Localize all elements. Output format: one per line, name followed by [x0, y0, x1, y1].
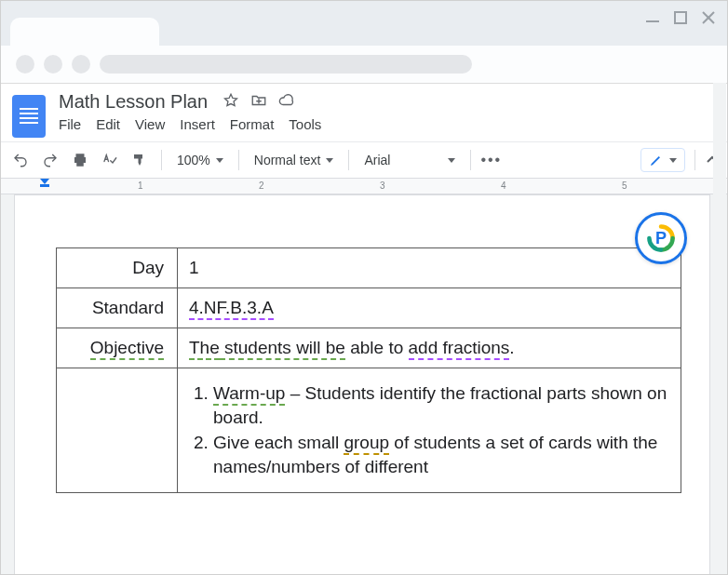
table-row: Warm-up – Students identify the fraction… — [57, 368, 681, 493]
svg-rect-1 — [675, 12, 686, 23]
docs-logo-icon[interactable] — [12, 95, 46, 138]
caret-down-icon — [448, 158, 455, 163]
browser-toolbar — [1, 46, 727, 83]
caret-down-icon — [216, 158, 223, 163]
indent-marker-icon[interactable] — [38, 178, 51, 192]
menu-file[interactable]: File — [59, 116, 81, 132]
vertical-scrollbar[interactable] — [713, 83, 726, 574]
svg-text:P: P — [655, 229, 667, 247]
doc-title[interactable]: Math Lesson Plan — [59, 91, 208, 113]
font-value: Arial — [364, 153, 390, 167]
zoom-value: 100% — [177, 153, 210, 167]
menu-insert[interactable]: Insert — [180, 116, 215, 132]
cell-objective-value[interactable]: The students will be able to add fractio… — [178, 328, 681, 368]
menu-format[interactable]: Format — [230, 116, 275, 132]
toolbar: 100% Normal text Arial ••• — [1, 141, 727, 178]
nav-circle — [72, 55, 90, 74]
browser-tab[interactable] — [10, 18, 159, 46]
style-value: Normal text — [254, 153, 321, 167]
menu-bar: File Edit View Insert Format Tools — [59, 116, 716, 132]
minimize-icon[interactable] — [645, 10, 660, 29]
cell-standard-value[interactable]: 4.NF.B.3.A — [178, 288, 681, 328]
table-row: Standard 4.NF.B.3.A — [57, 288, 681, 328]
zoom-dropdown[interactable]: 100% — [171, 153, 229, 167]
ruler[interactable]: 1 2 3 4 5 — [1, 178, 727, 194]
list-item: Warm-up – Students identify the fraction… — [213, 381, 669, 429]
document-canvas: P Day 1 Standard 4.NF.B.3.A Objective Th… — [1, 194, 727, 574]
menu-tools[interactable]: Tools — [289, 116, 321, 132]
editing-mode-dropdown[interactable] — [640, 148, 685, 172]
styles-dropdown[interactable]: Normal text — [249, 153, 340, 167]
app-header: Math Lesson Plan File Edit View Insert F… — [1, 84, 727, 141]
maximize-icon[interactable] — [673, 10, 688, 29]
star-icon[interactable] — [222, 92, 239, 113]
lesson-table[interactable]: Day 1 Standard 4.NF.B.3.A Objective The … — [56, 247, 681, 493]
close-icon[interactable] — [701, 10, 716, 29]
cell-steps-label[interactable] — [57, 368, 178, 493]
more-tools-button[interactable]: ••• — [480, 152, 502, 168]
pencil-icon — [649, 153, 664, 167]
addon-badge-icon[interactable]: P — [635, 212, 687, 264]
cell-standard-label[interactable]: Standard — [57, 288, 178, 328]
redo-button[interactable] — [38, 148, 62, 172]
paint-format-button[interactable] — [128, 148, 152, 172]
move-folder-icon[interactable] — [250, 92, 267, 113]
nav-circle — [16, 55, 34, 74]
spellcheck-button[interactable] — [98, 148, 122, 172]
address-bar-placeholder[interactable] — [100, 55, 472, 74]
svg-rect-4 — [40, 184, 49, 187]
menu-edit[interactable]: Edit — [96, 116, 120, 132]
cell-objective-label[interactable]: Objective — [57, 328, 178, 368]
cell-steps-value[interactable]: Warm-up – Students identify the fraction… — [178, 368, 681, 493]
list-item: Give each small group of students a set … — [213, 431, 669, 478]
caret-down-icon — [669, 158, 677, 163]
document-page[interactable]: P Day 1 Standard 4.NF.B.3.A Objective Th… — [14, 194, 710, 574]
table-row: Day 1 — [57, 248, 681, 288]
font-dropdown[interactable]: Arial — [358, 153, 461, 167]
cell-day-label[interactable]: Day — [57, 248, 178, 288]
menu-view[interactable]: View — [135, 116, 165, 132]
cloud-status-icon[interactable] — [278, 92, 295, 113]
print-button[interactable] — [68, 148, 92, 172]
steps-list: Warm-up – Students identify the fraction… — [189, 381, 669, 479]
cell-day-value[interactable]: 1 — [178, 248, 681, 288]
caret-down-icon — [326, 158, 333, 163]
browser-chrome — [1, 1, 727, 83]
undo-button[interactable] — [8, 148, 33, 172]
nav-circle — [44, 55, 62, 74]
table-row: Objective The students will be able to a… — [57, 328, 681, 368]
